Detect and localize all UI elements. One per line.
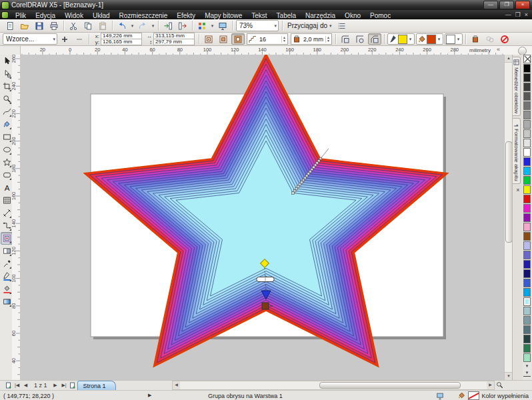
previous-page-button[interactable]: ◀: [21, 383, 30, 388]
drawing-canvas[interactable]: [20, 55, 504, 380]
palette-color-swatch[interactable]: [523, 101, 531, 110]
palette-color-swatch[interactable]: [523, 241, 531, 250]
zoom-level-combo[interactable]: 73%▾: [236, 20, 279, 31]
toolbox-eyedropper-tool[interactable]: [1, 257, 13, 270]
redo-dropdown[interactable]: ▾: [150, 20, 156, 31]
scroll-left-arrow[interactable]: ◀: [173, 381, 180, 389]
docker-close-button[interactable]: ×: [513, 187, 523, 193]
paste-button[interactable]: [96, 20, 109, 31]
palette-color-swatch[interactable]: [523, 83, 531, 91]
toolbox-zoom-tool[interactable]: [1, 93, 13, 105]
inside-contour-button[interactable]: [217, 33, 230, 45]
toolbox-table-tool[interactable]: [1, 194, 13, 207]
palette-color-swatch[interactable]: [523, 232, 531, 241]
horizontal-scroll-thumb[interactable]: [319, 382, 461, 389]
next-page-button[interactable]: ▶: [51, 383, 60, 388]
menu-item-1[interactable]: Edycja: [31, 12, 60, 19]
import-button[interactable]: [161, 20, 175, 31]
menu-item-11[interactable]: Pomoc: [365, 12, 395, 19]
restore-button[interactable]: ❐: [499, 1, 514, 9]
ruler-origin-button[interactable]: [0, 46, 21, 55]
height-field[interactable]: 297,79 mm: [153, 39, 195, 45]
clear-contour-button[interactable]: [498, 33, 511, 45]
object-acceleration-button[interactable]: [469, 33, 482, 45]
menu-item-6[interactable]: Mapy bitowe: [200, 12, 247, 19]
palette-color-swatch[interactable]: [523, 92, 531, 101]
palette-color-swatch[interactable]: [523, 167, 531, 175]
open-button[interactable]: [18, 20, 31, 31]
palette-color-swatch[interactable]: [523, 73, 531, 82]
palette-color-swatch[interactable]: [523, 139, 531, 147]
application-launcher-button[interactable]: [195, 20, 209, 31]
palette-color-swatch[interactable]: [523, 157, 531, 166]
round-corners-button[interactable]: [353, 33, 367, 45]
last-page-button[interactable]: ▶|: [60, 383, 69, 388]
palette-color-swatch[interactable]: [523, 129, 531, 138]
contour-end-handle[interactable]: [262, 303, 269, 309]
palette-color-swatch[interactable]: [523, 185, 531, 194]
toolbox-smart-fill-tool[interactable]: [1, 118, 13, 131]
options-button[interactable]: [335, 20, 349, 31]
toolbox-interactive-fill-tool[interactable]: [1, 295, 13, 308]
horizontal-scrollbar[interactable]: ◀ ▶: [172, 381, 495, 390]
palette-color-swatch[interactable]: [523, 344, 531, 353]
chevron-down-icon[interactable]: ▾: [407, 33, 413, 45]
palette-color-swatch[interactable]: [523, 223, 531, 231]
palette-color-swatch[interactable]: [523, 148, 531, 157]
toolbox-pick-tool[interactable]: [1, 55, 13, 67]
palette-color-swatch[interactable]: [523, 335, 531, 343]
quick-zoom-button[interactable]: [495, 381, 504, 389]
miter-corners-button[interactable]: [339, 33, 352, 45]
toolbox-fill-tool[interactable]: [1, 283, 13, 295]
outside-contour-button[interactable]: [231, 33, 245, 45]
paragraph-formatting-docker-tab[interactable]: ¶Formatowanie akapitu: [513, 118, 521, 184]
page-tab[interactable]: Strona 1: [77, 381, 116, 390]
new-document-button[interactable]: [3, 20, 17, 31]
toolbox-text-tool[interactable]: A: [1, 181, 13, 194]
add-preset-button[interactable]: [58, 33, 71, 45]
palette-color-swatch[interactable]: [523, 195, 531, 203]
palette-color-swatch[interactable]: [523, 120, 531, 129]
palette-color-swatch[interactable]: [523, 316, 531, 325]
chevron-down-icon[interactable]: ▾: [455, 33, 461, 45]
palette-color-swatch[interactable]: [523, 279, 531, 287]
preset-combo[interactable]: Wzorce... ▾: [3, 33, 57, 45]
application-launcher-dropdown[interactable]: ▾: [209, 20, 215, 31]
palette-expand-button[interactable]: ▼: [523, 369, 531, 377]
export-button[interactable]: [176, 20, 189, 31]
status-flyout-arrow[interactable]: ▶: [148, 393, 151, 398]
contour-steps-field[interactable]: 16 ▲▼: [247, 33, 288, 45]
palette-color-swatch[interactable]: [523, 213, 531, 222]
chevron-down-icon[interactable]: ▾: [436, 33, 442, 45]
palette-color-swatch[interactable]: [523, 64, 531, 73]
add-page-after-button[interactable]: [69, 382, 77, 389]
palette-color-swatch[interactable]: [523, 260, 531, 269]
doc-restore-button[interactable]: ❐: [515, 11, 521, 18]
fill-color-picker[interactable]: ▾: [416, 33, 443, 45]
drawing-surface[interactable]: [20, 55, 504, 380]
toolbox-rectangle-tool[interactable]: [1, 131, 13, 143]
horizontal-ruler[interactable]: 2002040608010012014016018020022024026028…: [20, 46, 504, 55]
menu-item-8[interactable]: Tabela: [272, 12, 301, 19]
minimize-button[interactable]: —: [483, 1, 498, 9]
redo-button[interactable]: [136, 20, 149, 31]
palette-color-swatch[interactable]: [523, 111, 531, 119]
snap-to-dropdown[interactable]: Przyciągaj do▾: [285, 20, 335, 31]
menu-item-4[interactable]: Rozmieszczenie: [115, 12, 173, 19]
remove-preset-button[interactable]: [73, 33, 86, 45]
print-button[interactable]: [47, 20, 61, 31]
toolbox-shape-tool[interactable]: [1, 67, 13, 80]
palette-color-swatch[interactable]: [523, 297, 531, 306]
menu-item-10[interactable]: Okno: [340, 12, 365, 19]
palette-color-swatch[interactable]: [523, 325, 531, 334]
palette-color-swatch[interactable]: [523, 176, 531, 185]
bevel-corners-button[interactable]: [368, 33, 381, 45]
menu-item-9[interactable]: Narzędzia: [301, 12, 340, 19]
save-button[interactable]: [33, 20, 46, 31]
palette-color-swatch[interactable]: [523, 307, 531, 315]
add-page-button[interactable]: [4, 382, 13, 389]
menu-item-3[interactable]: Układ: [88, 12, 115, 19]
first-page-button[interactable]: |◀: [13, 383, 21, 388]
object-manager-docker-tab[interactable]: Menedżer obiektów: [513, 57, 521, 116]
toolbox-polygon-tool[interactable]: [1, 156, 13, 169]
